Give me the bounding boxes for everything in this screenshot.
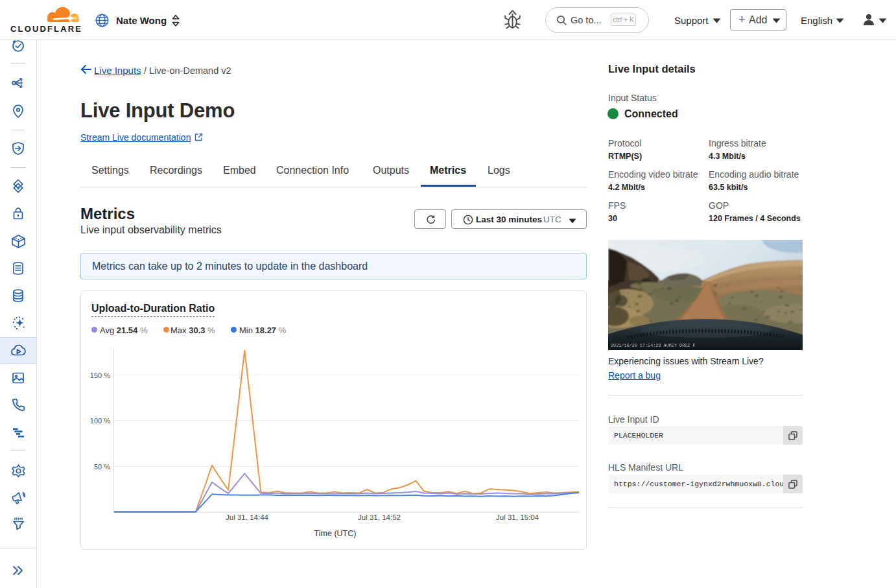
svg-text:Jul 31, 14:44: Jul 31, 14:44 <box>226 513 268 521</box>
svg-text:100 %: 100 % <box>90 417 110 425</box>
svg-text:CLOUDFLARE: CLOUDFLARE <box>10 24 82 32</box>
svg-text:Time (UTC): Time (UTC) <box>314 529 357 538</box>
svg-text:Jul 31, 14:52: Jul 31, 14:52 <box>358 513 401 521</box>
svg-text:Jul 31, 15:04: Jul 31, 15:04 <box>496 513 539 521</box>
svg-text:2021/10/20 17:54:29 AUKEY DROZ: 2021/10/20 17:54:29 AUKEY DROZ P <box>611 343 696 348</box>
svg-text:50 %: 50 % <box>94 463 110 471</box>
svg-text:150 %: 150 % <box>90 371 110 379</box>
